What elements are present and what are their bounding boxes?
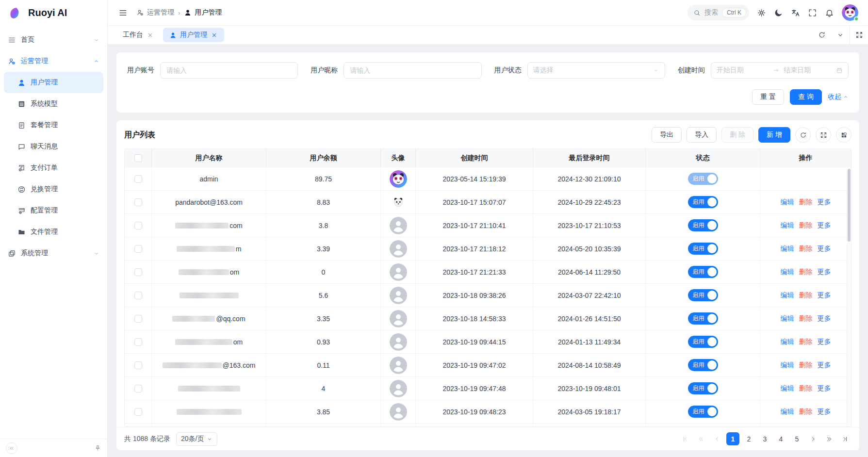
refresh-tab-icon[interactable] — [813, 26, 831, 44]
close-tab-icon[interactable] — [211, 32, 218, 39]
sidebar-group-home[interactable]: 首页 — [0, 29, 107, 50]
delete-link[interactable]: 删除 — [799, 384, 813, 393]
sidebar-item-package-mgmt[interactable]: 套餐管理 — [4, 114, 103, 136]
status-toggle[interactable]: 启用 — [688, 312, 718, 325]
expand-table-icon[interactable] — [816, 127, 831, 143]
search-button[interactable]: 查 询 — [790, 89, 822, 105]
row-checkbox[interactable] — [134, 338, 142, 346]
row-checkbox[interactable] — [134, 222, 142, 229]
delete-link[interactable]: 删除 — [799, 361, 813, 370]
page-4-button[interactable]: 4 — [774, 432, 787, 445]
sidebar-group-operations[interactable]: 运营管理 — [0, 50, 107, 72]
edit-link[interactable]: 编辑 — [781, 198, 794, 207]
delete-link[interactable]: 删除 — [799, 198, 813, 207]
breadcrumb-item-user-mgmt[interactable]: 用户管理 — [184, 8, 222, 17]
delete-link[interactable]: 删除 — [799, 268, 813, 277]
edit-link[interactable]: 编辑 — [781, 291, 794, 300]
status-toggle[interactable]: 启用 — [688, 219, 718, 231]
export-button[interactable]: 导出 — [652, 127, 682, 143]
status-toggle[interactable]: 启用 — [688, 173, 718, 185]
brand[interactable]: Ruoyi AI — [0, 0, 107, 25]
row-checkbox[interactable] — [134, 315, 142, 323]
reset-button[interactable]: 重 置 — [752, 89, 784, 105]
row-checkbox[interactable] — [134, 268, 142, 276]
row-checkbox[interactable] — [134, 175, 142, 183]
import-button[interactable]: 导入 — [687, 127, 717, 143]
sidebar-item-chat-messages[interactable]: 聊天消息 — [4, 136, 103, 157]
created-daterange-picker[interactable]: 开始日期 结束日期 — [711, 62, 849, 79]
pin-icon[interactable] — [94, 444, 101, 452]
scrollbar-thumb[interactable] — [848, 169, 851, 242]
sidebar-item-config-mgmt[interactable]: 配置管理 — [4, 200, 103, 221]
sidebar-item-system-model[interactable]: 系统模型 — [4, 93, 103, 114]
status-toggle[interactable]: 启用 — [688, 406, 718, 418]
edit-link[interactable]: 编辑 — [781, 314, 794, 323]
status-toggle[interactable]: 启用 — [688, 289, 718, 301]
settings-gear-icon[interactable] — [757, 8, 766, 17]
collapse-filter-link[interactable]: 收起 — [828, 93, 849, 101]
sidebar-item-payment-orders[interactable]: 支付订单 — [4, 157, 103, 179]
sidebar-item-user-mgmt[interactable]: 用户管理 — [4, 72, 103, 93]
row-checkbox[interactable] — [134, 361, 142, 369]
dark-mode-moon-icon[interactable] — [774, 8, 783, 17]
refresh-table-icon[interactable] — [795, 127, 811, 143]
delete-button[interactable]: 删 除 — [721, 127, 753, 143]
more-link[interactable]: 更多 — [818, 314, 831, 323]
language-translate-icon[interactable] — [791, 8, 800, 17]
more-link[interactable]: 更多 — [818, 198, 831, 207]
select-all-checkbox[interactable] — [134, 154, 142, 162]
more-link[interactable]: 更多 — [818, 408, 831, 416]
delete-link[interactable]: 删除 — [799, 221, 813, 230]
row-checkbox[interactable] — [134, 198, 142, 206]
next-page-button[interactable] — [806, 432, 819, 445]
more-link[interactable]: 更多 — [818, 338, 831, 346]
row-checkbox[interactable] — [134, 245, 142, 253]
edit-link[interactable]: 编辑 — [781, 245, 794, 253]
add-button[interactable]: 新 增 — [758, 127, 790, 143]
edit-link[interactable]: 编辑 — [781, 338, 794, 346]
page-size-select[interactable]: 20条/页 — [176, 432, 217, 446]
status-select[interactable]: 请选择 — [527, 62, 665, 79]
tab-user-mgmt[interactable]: 用户管理 — [163, 28, 224, 42]
delete-link[interactable]: 删除 — [799, 291, 813, 300]
last-page-button[interactable] — [838, 432, 852, 445]
sidebar-item-file-mgmt[interactable]: 文件管理 — [4, 221, 103, 243]
page-1-button[interactable]: 1 — [726, 432, 739, 445]
sidebar-collapse-button[interactable] — [6, 442, 17, 454]
hamburger-menu-icon[interactable] — [118, 8, 128, 17]
first-page-button[interactable] — [678, 432, 691, 445]
prev-group-button[interactable] — [694, 432, 707, 445]
tab-menu-chevron-down-icon[interactable] — [831, 26, 850, 44]
status-toggle[interactable]: 启用 — [688, 336, 718, 348]
content-fullscreen-icon[interactable] — [850, 26, 868, 44]
sidebar-group-system[interactable]: 系统管理 — [0, 243, 107, 264]
delete-link[interactable]: 删除 — [799, 245, 813, 253]
delete-link[interactable]: 删除 — [799, 314, 813, 323]
edit-link[interactable]: 编辑 — [781, 384, 794, 393]
status-toggle[interactable]: 启用 — [688, 266, 718, 278]
status-toggle[interactable]: 启用 — [688, 359, 718, 371]
row-checkbox[interactable] — [134, 385, 142, 392]
row-checkbox[interactable] — [134, 408, 142, 416]
status-toggle[interactable]: 启用 — [688, 382, 718, 394]
breadcrumb-item-operations[interactable]: 运营管理 — [136, 8, 174, 17]
nickname-input[interactable] — [344, 62, 481, 79]
edit-link[interactable]: 编辑 — [781, 221, 794, 230]
next-group-button[interactable] — [822, 432, 835, 445]
edit-link[interactable]: 编辑 — [781, 408, 794, 416]
notifications-bell-icon[interactable] — [825, 8, 834, 17]
prev-page-button[interactable] — [710, 432, 723, 445]
column-settings-icon[interactable] — [836, 127, 852, 143]
tab-workbench[interactable]: 工作台 — [116, 28, 160, 42]
more-link[interactable]: 更多 — [818, 384, 831, 393]
sidebar-item-redeem-mgmt[interactable]: 兑换管理 — [4, 179, 103, 200]
row-checkbox[interactable] — [134, 292, 142, 299]
delete-link[interactable]: 删除 — [799, 408, 813, 416]
more-link[interactable]: 更多 — [818, 245, 831, 253]
page-5-button[interactable]: 5 — [790, 432, 803, 445]
status-toggle[interactable]: 启用 — [688, 243, 718, 255]
global-search[interactable]: 搜索 Ctrl K — [688, 5, 749, 20]
edit-link[interactable]: 编辑 — [781, 268, 794, 277]
account-input[interactable] — [160, 62, 298, 79]
more-link[interactable]: 更多 — [818, 221, 831, 230]
